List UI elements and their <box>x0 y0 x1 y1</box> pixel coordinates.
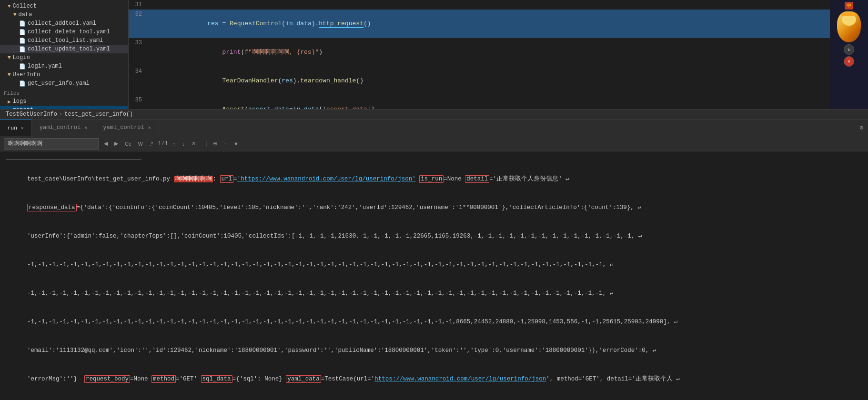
folder-icon: ▼ <box>13 12 17 18</box>
file-icon: 📄 <box>19 46 26 52</box>
settings-button[interactable]: ⚙ <box>855 124 868 131</box>
prev-result-btn[interactable]: ◀ <box>102 140 110 148</box>
sort-btn[interactable]: ≡ <box>222 140 229 148</box>
response-data-annotation: response_data <box>27 204 77 211</box>
case-sensitive-btn[interactable]: Cc <box>123 140 133 148</box>
file-tree: ▼ Collect ▼ data 📄 collect_addtool.yaml … <box>0 0 129 109</box>
next-result-btn[interactable]: ▶ <box>112 140 120 148</box>
output-collect-ids-3: -1,-1,-1,-1,-1,-1,-1,-1,-1,-1,-1,-1,-1,-… <box>6 308 862 336</box>
url-annotation: url <box>220 175 234 183</box>
breadcrumb-part1: TestGetUserInfo <box>6 111 57 118</box>
refresh-btn[interactable]: ↻ <box>844 44 854 55</box>
output-collect-ids-2: -1,-1,-1,-1,-1,-1,-1,-1,-1,-1,-1,-1,-1,-… <box>6 279 862 308</box>
sidebar-folder-logs[interactable]: ▶ logs <box>0 97 128 106</box>
breadcrumb: TestGetUserInfo › test_get_user_info() <box>0 110 868 120</box>
word-btn[interactable]: W <box>136 140 144 148</box>
is-run-annotation: is_run <box>419 175 444 183</box>
sidebar-item-label: Collect <box>13 3 37 10</box>
tab-close-icon[interactable]: ✕ <box>84 125 87 130</box>
file-icon: 📄 <box>19 20 26 27</box>
output-collect-ids-1: -1,-1,-1,-1,-1,-1,-1,-1,-1,-1,-1,-1,-1,-… <box>6 250 862 279</box>
output-shenfen: 身份信息', assert_data={'errorCode': {'jsonp… <box>6 393 862 400</box>
line-content: print(f"啊啊啊啊啊啊, {res}") <box>151 38 830 67</box>
sidebar-folder-userinfo[interactable]: ▼ UserInfo <box>0 70 128 79</box>
output-colon: : <box>213 176 220 182</box>
code-editor: 31 32 res = RequestControl(in_data).http… <box>129 0 830 109</box>
avatar-controls: ↻ ✕ <box>844 44 854 67</box>
console-output[interactable]: ────────────────────────────────────── t… <box>0 151 868 400</box>
folder-icon: ▶ <box>8 99 11 105</box>
sidebar-folder-login[interactable]: ▼ Login <box>0 53 128 62</box>
yaml-data-annotation: yaml_data <box>286 375 321 383</box>
sidebar-section-files: Files <box>0 88 128 97</box>
close-btn[interactable]: ✕ <box>844 56 854 67</box>
method-annotation: method <box>151 375 176 383</box>
line-number: 31 <box>129 0 148 10</box>
search-count: 1/1 <box>158 140 168 147</box>
sidebar-folder-report[interactable]: ▶ report <box>0 106 128 109</box>
breadcrumb-part2: test_get_user_info() <box>64 111 133 118</box>
breadcrumb-sep: › <box>59 111 62 118</box>
output-line-main: test_case\UserInfo\test_get_user_info.py… <box>6 165 862 193</box>
code-line-33: 33 print(f"啊啊啊啊啊啊, {res}") <box>129 38 830 67</box>
sidebar-item-label: collect_delete_tool.yaml <box>28 29 110 35</box>
file-icon: 📄 <box>19 29 26 35</box>
line-number: 33 <box>129 38 148 48</box>
sidebar-item-label: get_user_info.yaml <box>28 80 90 87</box>
sidebar-file-collect-delete[interactable]: 📄 collect_delete_tool.yaml <box>0 28 128 36</box>
line-number: 35 <box>129 95 148 105</box>
close-search-btn[interactable]: ✕ <box>190 140 198 148</box>
sidebar-item-label: collect_update_tool.yaml <box>28 46 110 52</box>
line-number: 34 <box>129 67 148 76</box>
tab-yaml-control-2[interactable]: yaml_control ✕ <box>95 120 159 136</box>
funnel-btn[interactable]: ▼ <box>232 140 241 148</box>
avatar <box>837 11 861 42</box>
file-icon: 📄 <box>19 38 26 44</box>
output-email: 'email':'1113132@qq.com','icon':'','id':… <box>6 336 862 365</box>
tab-run[interactable]: run ✕ <box>0 120 32 136</box>
search-up-btn[interactable]: ↑ <box>171 140 178 148</box>
sidebar-file-collect-tool-list[interactable]: 📄 collect_tool_list.yaml <box>0 36 128 45</box>
code-line-31: 31 <box>129 0 830 10</box>
output-highlight-text: 啊啊啊啊啊啊 <box>174 176 213 182</box>
regex-btn[interactable]: .* <box>148 140 155 148</box>
code-line-35: 35 Assert(assert_data=in_data['assert_da… <box>129 95 830 109</box>
file-icon: 📄 <box>19 63 26 70</box>
sidebar-item-label: Login <box>13 54 30 61</box>
tab-yaml-control-1[interactable]: yaml_control ✕ <box>32 120 95 136</box>
tab-bar: run ✕ yaml_control ✕ yaml_control ✕ ⚙ <box>0 120 868 136</box>
sidebar-item-label: collect_addtool.yaml <box>28 20 96 27</box>
sidebar-item-label: UserInfo <box>13 71 40 78</box>
search-input[interactable] <box>4 138 99 150</box>
folder-icon: ▶ <box>8 107 11 110</box>
line-content: Assert(assert_data=in_data['assert_data'… <box>151 95 830 109</box>
sidebar-folder-data[interactable]: ▼ data <box>0 10 128 19</box>
separator: | <box>204 140 208 147</box>
output-user-info: 'userInfo':{'admin':false,'chapterTops':… <box>6 222 862 250</box>
tab-run-label: run <box>8 125 17 131</box>
search-down-btn[interactable]: ↓ <box>180 140 187 148</box>
sidebar-file-collect-update[interactable]: 📄 collect_update_tool.yaml <box>0 45 128 53</box>
sidebar-file-login[interactable]: 📄 login.yaml <box>0 62 128 70</box>
search-bar: ◀ ▶ Cc W .* 1/1 ↑ ↓ ✕ | ⊕ ≡ ▼ <box>0 136 868 151</box>
sidebar-file-collect-addtool[interactable]: 📄 collect_addtool.yaml <box>0 19 128 28</box>
line-number: 32 <box>129 10 148 19</box>
tab-close-icon[interactable]: ✕ <box>148 125 151 130</box>
file-icon: 📄 <box>19 80 26 87</box>
yaml-url: https://www.wanandroid.com/user/lg/useri… <box>374 376 546 382</box>
code-line-32: 32 res = RequestControl(in_data).http_re… <box>129 10 830 38</box>
output-separator: ────────────────────────────────────── <box>6 155 862 165</box>
sidebar-file-get-user-info[interactable]: 📄 get_user_info.yaml <box>0 79 128 88</box>
tab-close-icon[interactable]: ✕ <box>21 125 24 131</box>
output-file-path: test_case\UserInfo\test_get_user_info.py <box>27 176 174 182</box>
tab-label: yaml_control <box>40 124 81 131</box>
lang-badge: 中 <box>845 2 853 10</box>
sidebar-item-label: report <box>13 107 33 109</box>
sidebar-folder-collect[interactable]: ▼ Collect <box>0 2 128 10</box>
output-response-data: response_data={'data':{'coinInfo':{'coin… <box>6 193 862 222</box>
filter-btn[interactable]: ⊕ <box>211 140 219 148</box>
sidebar-item-label: collect_tool_list.yaml <box>28 37 103 44</box>
detail-annotation: detail <box>465 175 489 183</box>
request-body-annotation: request_body <box>84 375 130 383</box>
sql-data-annotation: sql_data <box>201 375 232 383</box>
